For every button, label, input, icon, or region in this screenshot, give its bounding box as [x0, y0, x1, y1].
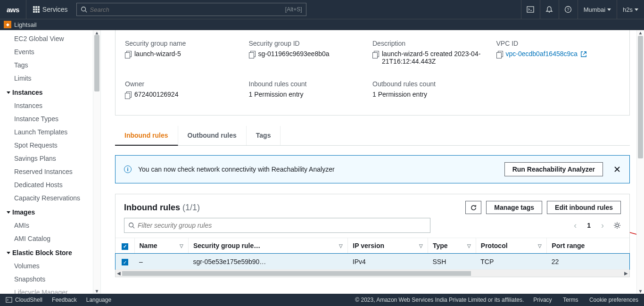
- copyright: © 2023, Amazon Web Services India Privat…: [355, 297, 524, 303]
- tab-inbound-rules[interactable]: Inbound rules: [115, 126, 178, 146]
- caret-down-icon: [7, 211, 10, 214]
- table-h-scrollbar[interactable]: ◀▶: [116, 269, 629, 277]
- global-search[interactable]: [Alt+S]: [76, 3, 306, 16]
- sidebar-item-events[interactable]: Events: [0, 45, 100, 58]
- sidebar-item-limits[interactable]: Limits: [0, 72, 100, 85]
- sidebar-item-global-view[interactable]: EC2 Global View: [0, 32, 100, 45]
- aws-logo[interactable]: aws: [0, 0, 26, 19]
- sidebar-group-images[interactable]: Images: [0, 205, 100, 219]
- copy-icon[interactable]: [125, 91, 132, 98]
- copy-icon[interactable]: [125, 51, 132, 58]
- page-next[interactable]: ›: [598, 219, 607, 232]
- services-label: Services: [42, 6, 68, 13]
- owner-label: Owner: [125, 80, 243, 88]
- close-banner-icon[interactable]: [613, 165, 621, 173]
- cell-rule-id: sgr-05e53e175e59b90…: [188, 254, 347, 269]
- sidebar-item-capacity-reservations[interactable]: Capacity Reservations: [0, 191, 100, 205]
- help-icon[interactable]: ?: [559, 0, 578, 19]
- col-name[interactable]: Name▽: [134, 238, 188, 254]
- content-scrollbar[interactable]: ▲ ▼: [636, 30, 644, 294]
- caret-down-icon: [635, 8, 638, 11]
- notifications-icon[interactable]: [540, 0, 559, 19]
- copy-icon[interactable]: [249, 51, 256, 58]
- caret-down-icon: [607, 8, 611, 11]
- refresh-icon: [470, 204, 477, 211]
- lightsail-icon: ◆: [4, 21, 11, 28]
- terms-link[interactable]: Terms: [563, 297, 578, 303]
- sidebar: EC2 Global View Events Tags Limits Insta…: [0, 30, 101, 294]
- owner-value: 672400126924: [134, 91, 178, 98]
- search-input[interactable]: [90, 6, 285, 13]
- sg-id-value: sg-011969c9693ee8b0a: [258, 50, 330, 58]
- sidebar-item-instances[interactable]: Instances: [0, 99, 100, 112]
- grid-icon: [33, 6, 40, 13]
- sidebar-item-instance-types[interactable]: Instance Types: [0, 112, 100, 125]
- col-rule-id[interactable]: Security group rule…▽: [188, 238, 347, 254]
- cookie-link[interactable]: Cookie preferences: [589, 297, 638, 303]
- sidebar-item-lifecycle-manager[interactable]: Lifecycle Manager: [0, 286, 100, 294]
- cloudshell-icon[interactable]: [521, 0, 540, 19]
- copy-icon[interactable]: [496, 51, 503, 58]
- banner-message: You can now check network connectivity w…: [138, 165, 498, 173]
- inbound-rules-title: Inbound rules (1/1): [124, 203, 200, 213]
- cloudshell-link[interactable]: CloudShell: [6, 297, 42, 303]
- cell-ip-version: IPv4: [348, 254, 428, 269]
- cloudshell-icon: [6, 297, 12, 303]
- services-menu[interactable]: Services: [26, 0, 74, 19]
- sidebar-item-savings-plans[interactable]: Savings Plans: [0, 152, 100, 165]
- caret-down-icon: [7, 91, 10, 94]
- svg-point-11: [129, 223, 133, 227]
- vpc-link[interactable]: vpc-0ecdb0af16458c9ca: [506, 50, 578, 58]
- sidebar-scrollbar[interactable]: ▲ ▼: [93, 30, 100, 294]
- col-ip-version[interactable]: IP version▽: [348, 238, 428, 254]
- table-row[interactable]: ✓ – sgr-05e53e175e59b90… IPv4 SSH TCP 22: [116, 254, 629, 269]
- svg-text:?: ?: [567, 7, 570, 12]
- page-prev[interactable]: ‹: [571, 219, 579, 232]
- sidebar-item-ami-catalog[interactable]: AMI Catalog: [0, 232, 100, 245]
- sidebar-item-dedicated-hosts[interactable]: Dedicated Hosts: [0, 178, 100, 191]
- caret-down-icon: [7, 252, 10, 254]
- tab-outbound-rules[interactable]: Outbound rules: [178, 126, 247, 145]
- sidebar-item-reserved-instances[interactable]: Reserved Instances: [0, 165, 100, 178]
- refresh-button[interactable]: [465, 201, 481, 214]
- account-menu[interactable]: h2s: [617, 0, 644, 19]
- cell-protocol: TCP: [476, 254, 547, 269]
- sg-name-label: Security group name: [125, 40, 243, 47]
- run-reachability-button[interactable]: Run Reachability Analyzer: [504, 162, 603, 176]
- sidebar-item-tags[interactable]: Tags: [0, 58, 100, 72]
- tab-tags[interactable]: Tags: [247, 126, 281, 145]
- outbound-count-label: Outbound rules count: [372, 80, 491, 88]
- cell-name: –: [134, 254, 188, 269]
- cell-type: SSH: [428, 254, 476, 269]
- col-type[interactable]: Type▽: [428, 238, 476, 254]
- feedback-link[interactable]: Feedback: [52, 297, 77, 303]
- language-link[interactable]: Language: [86, 297, 111, 303]
- col-port-range[interactable]: Port range: [547, 238, 629, 254]
- select-all-checkbox[interactable]: ✓: [116, 238, 134, 254]
- sidebar-item-launch-templates[interactable]: Launch Templates: [0, 125, 100, 139]
- sidebar-group-instances[interactable]: Instances: [0, 85, 100, 99]
- sidebar-group-ebs[interactable]: Elastic Block Store: [0, 245, 100, 259]
- row-checkbox[interactable]: ✓: [116, 254, 134, 269]
- description-value: launch-wizard-5 created 2023-04-21T16:12…: [382, 50, 491, 65]
- vpc-id-label: VPC ID: [496, 40, 615, 47]
- svg-line-1: [85, 11, 87, 13]
- table-settings-icon[interactable]: [613, 222, 621, 229]
- copy-icon[interactable]: [372, 51, 379, 58]
- sidebar-item-amis[interactable]: AMIs: [0, 219, 100, 232]
- sg-id-label: Security group ID: [249, 40, 367, 47]
- manage-tags-button[interactable]: Manage tags: [486, 201, 542, 214]
- info-icon: i: [124, 165, 132, 173]
- sidebar-item-snapshots[interactable]: Snapshots: [0, 273, 100, 286]
- svg-point-4: [549, 12, 550, 13]
- sidebar-item-volumes[interactable]: Volumes: [0, 259, 100, 273]
- product-chip-lightsail[interactable]: ◆ Lightsail: [0, 21, 41, 28]
- sidebar-item-spot-requests[interactable]: Spot Requests: [0, 139, 100, 152]
- external-link-icon: [580, 51, 587, 58]
- region-selector[interactable]: Mumbai: [578, 0, 617, 19]
- cell-port: 22: [547, 254, 629, 269]
- filter-rules-input[interactable]: [124, 218, 430, 233]
- edit-inbound-rules-button[interactable]: Edit inbound rules: [547, 201, 621, 214]
- col-protocol[interactable]: Protocol▽: [476, 238, 547, 254]
- privacy-link[interactable]: Privacy: [533, 297, 552, 303]
